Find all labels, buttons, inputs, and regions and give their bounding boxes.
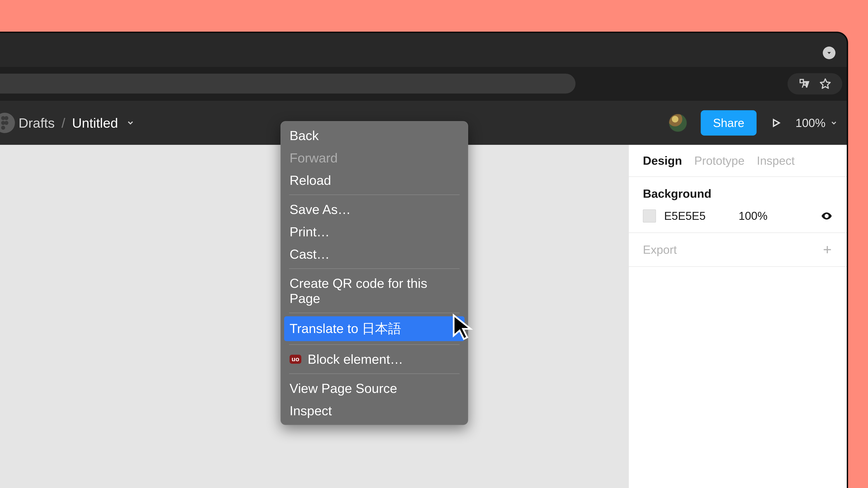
menu-translate[interactable]: Translate to 日本語	[284, 316, 465, 341]
svg-point-3	[4, 121, 8, 125]
tab-list-button[interactable]	[823, 46, 835, 59]
svg-point-1	[4, 116, 8, 120]
menu-reload[interactable]: Reload	[281, 169, 468, 191]
browser-tab-strip	[0, 33, 847, 67]
menu-inspect[interactable]: Inspect	[281, 399, 468, 422]
menu-separator	[289, 344, 460, 345]
browser-context-menu: Back Forward Reload Save As… Print… Cast…	[281, 121, 468, 425]
background-row: E5E5E5 100%	[643, 209, 833, 223]
menu-forward: Forward	[281, 147, 468, 169]
menu-cast[interactable]: Cast…	[281, 243, 468, 265]
svg-point-4	[1, 126, 5, 130]
bookmark-star-icon[interactable]	[819, 77, 832, 90]
file-menu-chevron-icon[interactable]	[126, 119, 135, 127]
present-button[interactable]	[770, 117, 782, 129]
menu-print[interactable]: Print…	[281, 221, 468, 243]
chevron-down-icon	[830, 119, 838, 127]
tab-design[interactable]: Design	[643, 154, 682, 167]
share-button[interactable]: Share	[701, 110, 756, 135]
breadcrumb-separator: /	[61, 115, 65, 131]
url-bar[interactable]	[0, 74, 576, 94]
background-section: Background E5E5E5 100%	[629, 177, 847, 233]
menu-save-as[interactable]: Save As…	[281, 198, 468, 221]
export-section: Export	[629, 233, 847, 267]
browser-url-row	[0, 67, 847, 101]
visibility-eye-icon[interactable]	[820, 210, 833, 222]
export-title: Export	[643, 243, 677, 256]
zoom-value: 100%	[796, 116, 826, 130]
figma-logo-icon[interactable]	[0, 113, 15, 133]
panel-tabs: Design Prototype Inspect	[629, 145, 847, 177]
url-actions	[787, 73, 842, 94]
background-title: Background	[643, 187, 833, 200]
tab-prototype[interactable]: Prototype	[694, 154, 745, 167]
menu-separator	[289, 195, 460, 195]
stage: Drafts / Untitled Share 100%	[0, 0, 868, 488]
breadcrumb-project[interactable]: Drafts	[19, 115, 55, 131]
zoom-control[interactable]: 100%	[796, 116, 838, 130]
menu-create-qr[interactable]: Create QR code for this Page	[281, 272, 468, 310]
background-opacity[interactable]: 100%	[739, 209, 767, 223]
breadcrumb-file[interactable]: Untitled	[72, 115, 118, 131]
menu-block-element[interactable]: uo Block element…	[281, 348, 468, 370]
menu-separator	[289, 313, 460, 313]
menu-back[interactable]: Back	[281, 124, 468, 147]
toolbar-right: Share 100%	[669, 101, 838, 145]
breadcrumb: Drafts / Untitled	[19, 115, 135, 131]
background-hex[interactable]: E5E5E5	[664, 209, 706, 223]
add-export-button[interactable]	[822, 244, 833, 255]
tab-inspect[interactable]: Inspect	[757, 154, 795, 167]
background-swatch[interactable]	[643, 209, 656, 223]
translate-icon[interactable]	[798, 77, 811, 90]
avatar[interactable]	[669, 113, 687, 132]
menu-separator	[289, 268, 460, 269]
right-panel: Design Prototype Inspect Background E5E5…	[629, 145, 847, 488]
menu-separator	[289, 373, 460, 374]
menu-view-source[interactable]: View Page Source	[281, 377, 468, 399]
ublock-icon: uo	[289, 355, 301, 364]
browser-window: Drafts / Untitled Share 100%	[0, 32, 848, 488]
